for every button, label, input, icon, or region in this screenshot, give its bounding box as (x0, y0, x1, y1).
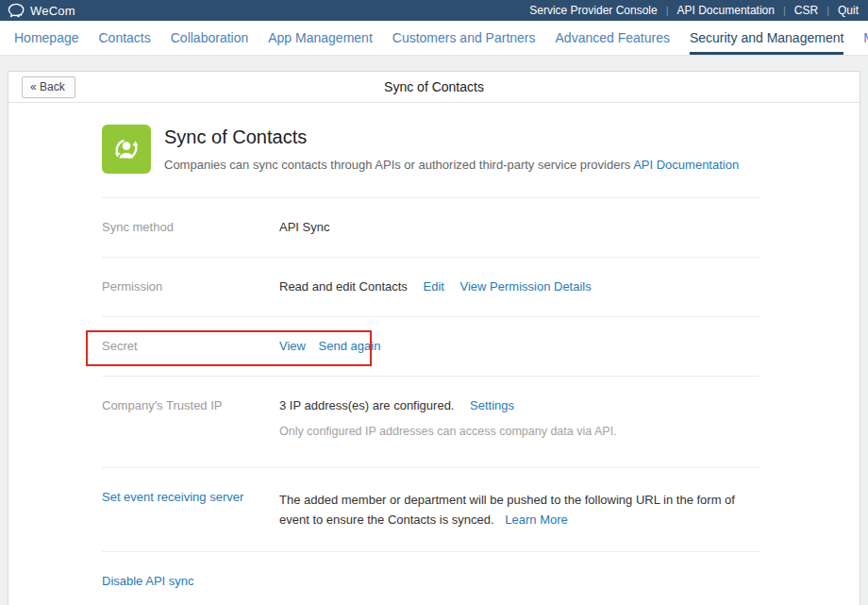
nav-collaboration[interactable]: Collaboration (171, 21, 249, 55)
page-title: Sync of Contacts (8, 79, 860, 94)
separator: | (666, 5, 669, 16)
nav-app-management[interactable]: App Management (268, 21, 373, 55)
row-value: View Send again (279, 339, 380, 354)
row-label: Permission (102, 279, 279, 294)
row-label: Sync method (102, 220, 279, 235)
app-title: Sync of Contacts (164, 126, 739, 148)
topbar: WeCom Service Provider Console | API Doc… (0, 0, 868, 21)
learn-more-link[interactable]: Learn More (505, 513, 567, 527)
api-documentation-link[interactable]: API Documentation (633, 158, 739, 172)
nav-homepage[interactable]: Homepage (14, 21, 79, 55)
separator: | (826, 5, 829, 16)
row-event-server: Set event receiving server The added mem… (8, 468, 860, 551)
topbar-links: Service Provider Console | API Documenta… (529, 4, 859, 17)
brand-name: WeCom (30, 4, 75, 18)
page-subheader: « Back Sync of Contacts (8, 72, 860, 103)
row-sync-method: Sync method API Sync (8, 198, 860, 257)
row-value: The added member or department will be p… (279, 490, 760, 529)
trusted-ip-value: 3 IP address(es) are configured. (279, 398, 454, 412)
row-value: Read and edit Contacts Edit View Permiss… (279, 279, 592, 294)
view-secret-link[interactable]: View (279, 339, 306, 353)
app-header-text: Sync of Contacts Companies can sync cont… (164, 125, 739, 172)
nav-advanced-features[interactable]: Advanced Features (556, 21, 670, 55)
back-button[interactable]: « Back (22, 76, 75, 98)
edit-permission-link[interactable]: Edit (424, 279, 444, 294)
row-trusted-ip: Company's Trusted IP 3 IP address(es) ar… (8, 377, 860, 467)
main-navigation: Homepage Contacts Collaboration App Mana… (0, 21, 868, 56)
topbar-link-quit[interactable]: Quit (838, 4, 859, 17)
row-label: Company's Trusted IP (102, 398, 279, 439)
row-value: API Sync (279, 220, 329, 235)
page-panel: « Back Sync of Contacts Sync of Contacts… (8, 71, 860, 605)
trusted-ip-note: Only configured IP addresses can access … (279, 424, 617, 439)
nav-security-and-management[interactable]: Security and Management (690, 21, 843, 55)
nav-customers-and-partners[interactable]: Customers and Partners (392, 21, 536, 55)
topbar-link-api-documentation[interactable]: API Documentation (677, 4, 775, 17)
row-disable-api-sync: Disable API sync (8, 552, 860, 605)
permission-value: Read and edit Contacts (279, 279, 408, 294)
row-permission: Permission Read and edit Contacts Edit V… (8, 258, 860, 316)
row-secret: Secret View Send again (8, 317, 860, 376)
row-label: Secret (102, 339, 279, 354)
set-event-receiving-server-link[interactable]: Set event receiving server (102, 490, 279, 529)
separator: | (783, 5, 786, 16)
person-sync-glyph (109, 132, 143, 166)
app-header: Sync of Contacts Companies can sync cont… (8, 103, 860, 197)
view-permission-details-link[interactable]: View Permission Details (460, 279, 592, 294)
trusted-ip-settings-link[interactable]: Settings (470, 398, 514, 412)
wecom-logo: WeCom (8, 3, 75, 18)
nav-contacts[interactable]: Contacts (99, 21, 151, 55)
trusted-ip-line: 3 IP address(es) are configured. Setting… (279, 398, 617, 413)
row-value: 3 IP address(es) are configured. Setting… (279, 398, 617, 439)
wecom-bubble-icon (8, 3, 25, 18)
app-description-text: Companies can sync contacts through APIs… (164, 158, 630, 172)
app-description: Companies can sync contacts through APIs… (164, 158, 739, 172)
send-again-link[interactable]: Send again (319, 339, 381, 353)
disable-api-sync-link[interactable]: Disable API sync (102, 574, 279, 589)
topbar-link-service-provider-console[interactable]: Service Provider Console (529, 4, 657, 17)
topbar-link-csr[interactable]: CSR (794, 4, 818, 17)
nav-my-company[interactable]: My Company (863, 21, 868, 55)
sync-contacts-icon (102, 125, 151, 174)
